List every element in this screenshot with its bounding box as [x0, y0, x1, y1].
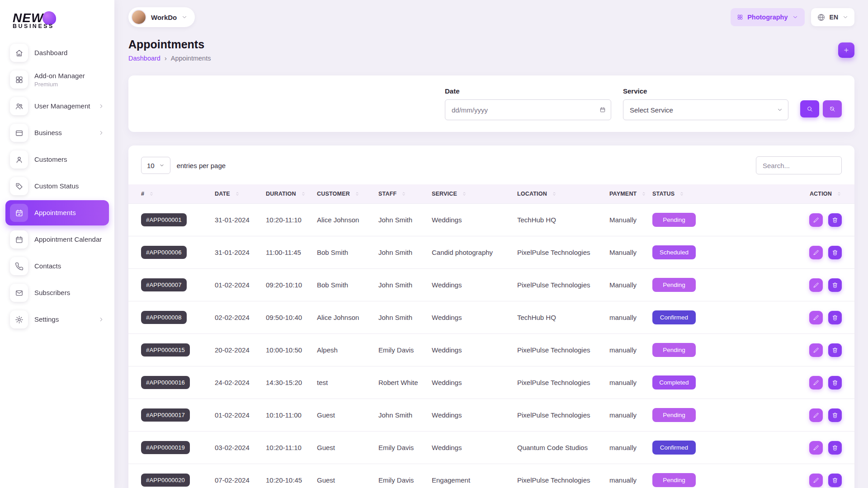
delete-button[interactable] [828, 213, 842, 227]
chevron-right-icon [98, 316, 104, 323]
phone-icon [10, 257, 28, 275]
table-search-input[interactable] [756, 156, 842, 174]
breadcrumb-current: Appointments [171, 55, 211, 62]
delete-button[interactable] [828, 246, 842, 259]
delete-button[interactable] [828, 441, 842, 455]
column-header-duration[interactable]: DURATION [261, 184, 312, 204]
status-badge: Pending [652, 473, 696, 487]
sidebar-item-appointments[interactable]: Appointments [5, 200, 109, 225]
sidebar-item-dashboard[interactable]: Dashboard [5, 40, 109, 66]
entries-per-page-label: entries per page [177, 162, 226, 169]
column-header-id[interactable]: # [128, 184, 210, 204]
cell-customer: Bob Smith [312, 236, 374, 269]
cell-payment: Manually [605, 204, 648, 236]
page-title: Appointments [128, 38, 211, 51]
cell-date: 07-02-2024 [210, 464, 261, 488]
pencil-icon [813, 445, 819, 451]
sidebar-item-label: Subscribers [34, 289, 70, 297]
entries-per-page-select[interactable]: 10 [141, 157, 170, 174]
edit-button[interactable] [809, 343, 823, 357]
appointments-table-panel: 10 entries per page # DATE DURATION CUST… [128, 145, 854, 488]
sidebar-item-custom-status[interactable]: Custom Status [5, 174, 109, 199]
edit-button[interactable] [809, 278, 823, 292]
delete-button[interactable] [828, 343, 842, 357]
sidebar-item-settings[interactable]: Settings [5, 307, 109, 332]
filter-panel: Date Service Select Service [128, 75, 854, 132]
home-icon [10, 44, 28, 62]
sidebar-menu: Dashboard Add-on Manager Premium User Ma… [0, 40, 114, 332]
sidebar-item-label: Customers [34, 155, 67, 164]
edit-button[interactable] [809, 311, 823, 324]
chevron-right-icon [98, 130, 104, 136]
column-header-staff[interactable]: STAFF [374, 184, 427, 204]
column-header-status[interactable]: STATUS [648, 184, 765, 204]
cell-date: 31-01-2024 [210, 236, 261, 269]
delete-button[interactable] [828, 474, 842, 487]
column-header-payment[interactable]: PAYMENT [605, 184, 648, 204]
calendar-icon [10, 230, 28, 249]
appointment-id-badge: #APP000007 [141, 278, 187, 291]
cell-service: Weddings [427, 399, 513, 432]
table-row: #APP0000016 24-02-2024 14:30-15:20 test … [128, 366, 854, 399]
cell-service: Weddings [427, 269, 513, 301]
sidebar-item-appointment-calendar[interactable]: Appointment Calendar [5, 227, 109, 252]
column-header-customer[interactable]: CUSTOMER [312, 184, 374, 204]
column-header-date[interactable]: DATE [210, 184, 261, 204]
sort-icon [679, 191, 684, 197]
brand-logo: NEW BUSINESS [0, 0, 114, 37]
pencil-icon [813, 477, 819, 483]
calendar-icon[interactable] [599, 107, 606, 113]
delete-button[interactable] [828, 278, 842, 292]
date-filter-label: Date [445, 87, 611, 95]
avatar [131, 9, 146, 25]
status-badge: Confirmed [652, 441, 696, 455]
column-header-location[interactable]: LOCATION [513, 184, 605, 204]
category-label: Photography [747, 14, 788, 21]
cell-staff: Robert White [374, 366, 427, 399]
edit-button[interactable] [809, 246, 823, 259]
edit-button[interactable] [809, 441, 823, 455]
trash-icon [832, 380, 838, 386]
status-badge: Completed [652, 375, 696, 389]
workspace-switcher[interactable]: WorkDo [128, 7, 195, 27]
service-select[interactable]: Select Service [623, 99, 788, 120]
edit-button[interactable] [809, 376, 823, 389]
sidebar-item-contacts[interactable]: Contacts [5, 253, 109, 279]
breadcrumb-dashboard-link[interactable]: Dashboard [128, 55, 160, 62]
date-filter-input[interactable] [445, 99, 611, 120]
cell-date: 01-02-2024 [210, 399, 261, 432]
chevron-down-icon [777, 107, 783, 113]
sort-icon [836, 191, 842, 197]
edit-button[interactable] [809, 213, 823, 227]
sidebar-item-label: Appointments [34, 209, 76, 217]
sidebar-item-customers[interactable]: Customers [5, 147, 109, 172]
reset-filter-button[interactable] [823, 100, 842, 117]
sidebar-item-subscribers[interactable]: Subscribers [5, 280, 109, 305]
add-appointment-button[interactable] [838, 42, 854, 58]
column-header-service[interactable]: SERVICE [427, 184, 513, 204]
sort-icon [552, 191, 557, 197]
category-dropdown[interactable]: Photography [731, 8, 804, 26]
cell-payment: Manually [605, 236, 648, 269]
delete-button[interactable] [828, 311, 842, 324]
edit-button[interactable] [809, 408, 823, 422]
cell-location: PixelPulse Technologies [513, 464, 605, 488]
delete-button[interactable] [828, 376, 842, 389]
sidebar-item-label: Business [34, 129, 62, 137]
delete-button[interactable] [828, 408, 842, 422]
apply-filter-button[interactable] [800, 100, 819, 117]
chevron-down-icon [792, 14, 798, 20]
sidebar-item-addon-manager[interactable]: Add-on Manager Premium [5, 67, 109, 92]
cell-service: Engagement [427, 464, 513, 488]
sidebar-item-user-management[interactable]: User Management [5, 94, 109, 119]
edit-button[interactable] [809, 474, 823, 487]
appointment-id-badge: #APP000006 [141, 246, 187, 259]
cell-payment: Manually [605, 269, 648, 301]
sidebar-item-business[interactable]: Business [5, 120, 109, 145]
table-row: #APP000001 31-01-2024 10:20-11:10 Alice … [128, 204, 854, 236]
language-dropdown[interactable]: EN [811, 8, 854, 26]
column-header-action[interactable]: ACTION [765, 184, 854, 204]
grid-icon [737, 14, 743, 20]
table-row: #APP000006 31-01-2024 11:00-11:45 Bob Sm… [128, 236, 854, 269]
sidebar-item-sublabel: Premium [34, 81, 85, 88]
